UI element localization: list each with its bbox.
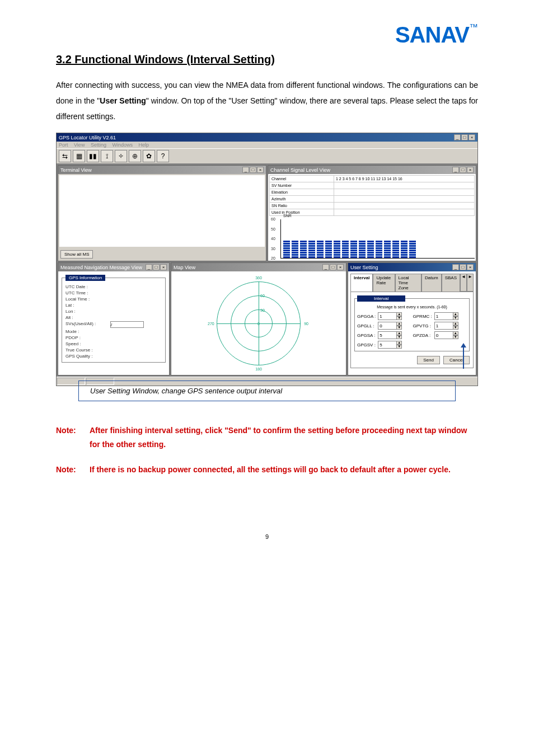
terminal-close[interactable]: ×: [257, 167, 264, 173]
interval-field-label: GPGGA :: [357, 314, 376, 319]
spin-down-icon[interactable]: ▼: [453, 326, 458, 330]
measured-label: Lat :: [65, 303, 110, 308]
tab-scroll-left-icon[interactable]: ◄: [460, 274, 467, 292]
minimize-button[interactable]: _: [454, 134, 461, 140]
menu-setting[interactable]: Setting: [91, 142, 106, 148]
measured-row: Lat :: [65, 303, 162, 308]
tab-scroll-right-icon[interactable]: ►: [467, 274, 474, 292]
interval-input[interactable]: [378, 312, 397, 320]
terminal-min[interactable]: _: [242, 167, 249, 173]
satellite-icon[interactable]: ⟟: [101, 150, 113, 162]
spin-up-icon[interactable]: ▲: [396, 322, 402, 326]
cancel-button[interactable]: Cancel: [443, 356, 470, 364]
spin-up-icon[interactable]: ▲: [396, 341, 402, 345]
tab-datum[interactable]: Datum: [421, 274, 442, 292]
note-1: Note: After finishing interval setting, …: [56, 424, 478, 452]
menu-windows[interactable]: Windows: [112, 142, 133, 148]
tm-text: ™: [469, 22, 478, 32]
close-button[interactable]: ×: [469, 134, 475, 140]
snr-bar: [342, 241, 349, 259]
map-min[interactable]: _: [322, 264, 329, 270]
map-titlebar: Map View _□×: [171, 263, 346, 271]
spin-down-icon[interactable]: ▼: [453, 316, 458, 320]
ring-0: 0: [257, 321, 260, 325]
user-body: Interval Update Rate Local Time Zone Dat…: [348, 271, 476, 375]
svs-input[interactable]: [110, 321, 144, 328]
page-number: 9: [56, 533, 478, 540]
tab-interval[interactable]: Interval: [350, 274, 373, 292]
snr-bar: [367, 241, 374, 259]
measured-row: GPS Quality :: [65, 354, 162, 359]
menu-help[interactable]: Help: [138, 142, 149, 148]
spin-down-icon[interactable]: ▼: [453, 335, 458, 339]
menu-port[interactable]: Port: [59, 142, 68, 148]
send-button[interactable]: Send: [417, 356, 440, 364]
snr-bar: [401, 241, 407, 259]
measured-label: Lon :: [65, 309, 110, 314]
nmea-icon[interactable]: ✧: [115, 150, 127, 162]
app-window: GPS Locator Utility V2.61 _ □ × Port Vie…: [56, 133, 478, 386]
show-all-ms-button[interactable]: Show all MS: [60, 250, 93, 259]
snr-bar: [359, 241, 366, 259]
table-row: Used in Position: [270, 209, 475, 216]
interval-input[interactable]: [378, 331, 397, 339]
terminal-window: Terminal View _□× Show all MS: [58, 165, 266, 261]
snr-bar: [334, 241, 340, 259]
measured-window: Measured Navigation Message View _□× GPS…: [58, 262, 170, 375]
user-min[interactable]: _: [452, 264, 459, 270]
maximize-button[interactable]: □: [461, 134, 468, 140]
measured-min[interactable]: _: [146, 264, 152, 270]
help-icon[interactable]: ?: [157, 150, 169, 162]
tab-update-rate[interactable]: Update Rate: [373, 274, 395, 292]
interval-input[interactable]: [434, 331, 453, 339]
spin-up-icon[interactable]: ▲: [396, 331, 402, 335]
measured-row: Local Time :: [65, 297, 162, 302]
interval-input[interactable]: [434, 312, 453, 320]
user-setting-window: User Setting _□× Interval Update Rate Lo…: [348, 262, 476, 375]
snr-bar: [317, 241, 324, 259]
map-max[interactable]: □: [330, 264, 336, 270]
interval-input[interactable]: [378, 322, 397, 330]
spin-up-icon[interactable]: ▲: [396, 312, 402, 316]
plug-icon[interactable]: ⇆: [59, 150, 71, 162]
map-close[interactable]: ×: [337, 264, 344, 270]
bars-icon[interactable]: ▮▮: [87, 150, 99, 162]
deg-270: 270: [208, 321, 214, 325]
window-controls: _ □ ×: [454, 134, 475, 140]
user-max[interactable]: □: [460, 264, 466, 270]
user-close[interactable]: ×: [467, 264, 474, 270]
caption-box: User Setting Window, change GPS sentence…: [78, 381, 456, 401]
signal-close[interactable]: ×: [467, 167, 474, 173]
snr-bar: [392, 241, 399, 259]
spin-down-icon[interactable]: ▼: [396, 326, 402, 330]
measured-label: UTC Time :: [65, 290, 110, 295]
measured-close[interactable]: ×: [160, 264, 167, 270]
arrow-head-icon: [461, 343, 466, 348]
spin-up-icon[interactable]: ▲: [453, 331, 458, 335]
grid-icon[interactable]: ▦: [73, 150, 85, 162]
app-titlebar: GPS Locator Utility V2.61 _ □ ×: [57, 133, 477, 142]
brand-logo: SANAV™: [56, 22, 478, 48]
signal-min[interactable]: _: [452, 167, 459, 173]
spin-down-icon[interactable]: ▼: [396, 335, 402, 339]
snr-bar: [308, 241, 315, 259]
measured-row: True Course :: [65, 348, 162, 353]
spin-down-icon[interactable]: ▼: [396, 316, 402, 320]
globe-icon[interactable]: ⊕: [129, 150, 141, 162]
spin-up-icon[interactable]: ▲: [453, 312, 458, 316]
tab-sbas[interactable]: SBAS: [442, 274, 460, 292]
signal-max[interactable]: □: [460, 167, 466, 173]
terminal-max[interactable]: □: [250, 167, 256, 173]
settings-icon[interactable]: ✿: [143, 150, 155, 162]
spin-up-icon[interactable]: ▲: [453, 322, 458, 326]
tab-local-time-zone[interactable]: Local Time Zone: [395, 274, 422, 292]
user-tabs: Interval Update Rate Local Time Zone Dat…: [350, 274, 474, 292]
measured-label: SVs(Used/All) :: [65, 321, 110, 328]
interval-input[interactable]: [378, 341, 397, 349]
map-title: Map View: [174, 265, 195, 270]
measured-max[interactable]: □: [153, 264, 160, 270]
spin-down-icon[interactable]: ▼: [396, 345, 402, 349]
interval-input[interactable]: [434, 322, 453, 330]
menu-view[interactable]: View: [74, 142, 85, 148]
table-row: Elevation: [270, 189, 475, 196]
